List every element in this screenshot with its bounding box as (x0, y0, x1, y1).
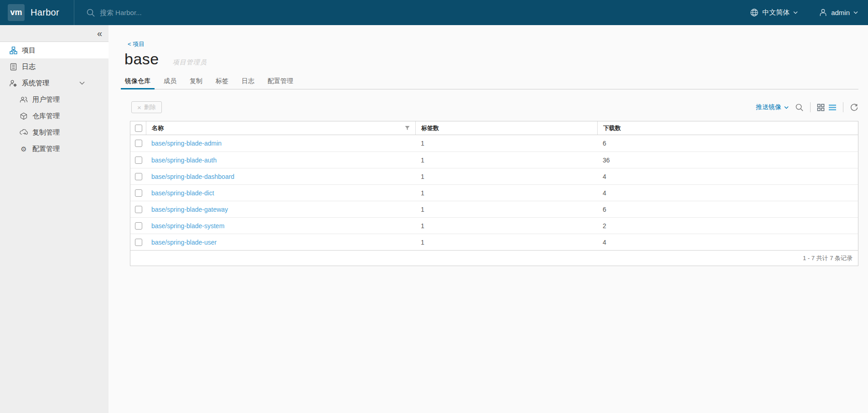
select-all-cell (130, 125, 146, 132)
downloads-count: 4 (597, 189, 858, 197)
administrator-icon (9, 79, 17, 87)
record-count-summary: 1 - 7 共计 7 条记录 (803, 254, 852, 262)
main-content: < 项目 base 项目管理员 镜像仓库 成员 复制 标签 日志 配置管理 × … (108, 25, 868, 413)
tab-configuration[interactable]: 配置管理 (264, 74, 297, 89)
repo-name-cell: base/spring-blade-system (146, 222, 415, 230)
chevron-down-icon (793, 11, 798, 14)
select-all-checkbox[interactable] (135, 125, 142, 132)
row-checkbox[interactable] (135, 239, 142, 246)
table-row: base/spring-blade-dict 1 4 (130, 184, 858, 201)
user-icon (819, 8, 827, 17)
refresh-icon[interactable] (850, 103, 858, 112)
sidebar-item-projects[interactable]: 项目 (0, 42, 108, 58)
sidebar-item-label: 项目 (22, 46, 36, 55)
downloads-count: 4 (597, 173, 858, 180)
search-icon (86, 8, 95, 17)
search-icon[interactable] (795, 103, 804, 112)
row-checkbox[interactable] (135, 140, 142, 147)
repo-name-cell: base/spring-blade-admin (146, 140, 415, 147)
breadcrumb-arrow: < (128, 41, 131, 47)
sidebar-item-logs[interactable]: 日志 (0, 58, 108, 75)
row-checkbox-cell (130, 140, 146, 147)
tab-members[interactable]: 成员 (160, 74, 181, 89)
delete-button-label: 删除 (144, 103, 156, 111)
chevron-down-icon (853, 11, 858, 14)
user-menu[interactable]: admin (819, 8, 858, 17)
repo-link[interactable]: base/spring-blade-auth (151, 157, 217, 164)
downloads-count: 6 (597, 206, 858, 213)
downloads-count: 6 (597, 140, 858, 147)
top-navbar: vm Harbor 中文简体 (0, 0, 868, 25)
repo-name-cell: base/spring-blade-dict (146, 189, 415, 197)
downloads-count: 4 (597, 239, 858, 246)
repo-link[interactable]: base/spring-blade-dashboard (151, 173, 234, 180)
repo-link[interactable]: base/spring-blade-gateway (151, 206, 228, 213)
row-checkbox-cell (130, 206, 146, 213)
vmware-logo[interactable]: vm (8, 4, 25, 21)
gear-icon: ⚙ (20, 146, 28, 152)
repo-name-cell: base/spring-blade-auth (146, 157, 415, 164)
sidebar-item-replications[interactable]: 复制管理 (0, 124, 108, 141)
row-checkbox[interactable] (135, 189, 142, 197)
table-footer: 1 - 7 共计 7 条记录 (130, 250, 858, 266)
navbar-right: 中文简体 admin (750, 8, 858, 17)
table-row: base/spring-blade-admin 1 6 (130, 135, 858, 152)
table-row: base/spring-blade-gateway 1 6 (130, 201, 858, 217)
tab-labels[interactable]: 标签 (212, 74, 232, 89)
row-checkbox-cell (130, 239, 146, 246)
app-title[interactable]: Harbor (31, 7, 59, 18)
column-header-label: 下载数 (603, 124, 621, 132)
repo-link[interactable]: base/spring-blade-system (151, 222, 224, 230)
sidebar-item-registries[interactable]: 仓库管理 (0, 108, 108, 124)
users-icon (20, 96, 28, 103)
breadcrumb[interactable]: < 项目 (128, 40, 868, 48)
repo-link[interactable]: base/spring-blade-dict (151, 189, 214, 197)
filter-icon[interactable] (405, 125, 410, 131)
chevron-down-icon (784, 106, 789, 109)
column-header-downloads[interactable]: 下载数 (597, 121, 858, 135)
row-checkbox[interactable] (135, 173, 142, 180)
push-image-button[interactable]: 推送镜像 (756, 103, 789, 111)
tags-count: 1 (415, 140, 597, 147)
table-row: base/spring-blade-dashboard 1 4 (130, 168, 858, 184)
repo-link[interactable]: base/spring-blade-admin (151, 140, 222, 147)
row-checkbox[interactable] (135, 222, 142, 230)
row-checkbox-cell (130, 222, 146, 230)
column-header-label: 标签数 (421, 124, 439, 132)
sidebar-item-administration[interactable]: 系统管理 (0, 75, 108, 91)
repo-link[interactable]: base/spring-blade-user (151, 239, 217, 246)
sidebar-item-label: 复制管理 (32, 128, 60, 137)
repo-table-body: base/spring-blade-admin 1 6 base/spring-… (130, 135, 858, 250)
tab-bar: 镜像仓库 成员 复制 标签 日志 配置管理 (121, 74, 858, 89)
toolbar-separator (843, 102, 843, 112)
row-checkbox[interactable] (135, 157, 142, 164)
page-title: base (124, 50, 159, 68)
column-header-name[interactable]: 名称 (146, 121, 415, 135)
tags-count: 1 (415, 239, 597, 246)
tags-count: 1 (415, 222, 597, 230)
search-input[interactable] (100, 9, 291, 16)
role-badge: 项目管理员 (173, 58, 207, 67)
sidebar-item-label: 系统管理 (22, 79, 49, 88)
tab-logs[interactable]: 日志 (238, 74, 258, 89)
toolbar-right: 推送镜像 (756, 102, 858, 112)
repo-toolbar: × 删除 推送镜像 (131, 101, 858, 113)
navbar-divider (74, 0, 74, 25)
sidebar: « 项目 日志 系统管理 (0, 25, 108, 413)
sidebar-item-label: 仓库管理 (32, 112, 60, 120)
row-checkbox[interactable] (135, 206, 142, 213)
tab-repositories[interactable]: 镜像仓库 (121, 74, 155, 89)
delete-button[interactable]: × 删除 (131, 101, 162, 113)
sidebar-item-label: 日志 (22, 63, 36, 71)
sidebar-item-configuration[interactable]: ⚙ 配置管理 (0, 141, 108, 157)
language-menu[interactable]: 中文简体 (750, 8, 798, 17)
table-row: base/spring-blade-auth 1 36 (130, 152, 858, 168)
collapse-sidebar-icon[interactable]: « (97, 29, 102, 38)
sidebar-item-users[interactable]: 用户管理 (0, 91, 108, 108)
card-view-icon[interactable] (817, 104, 825, 111)
row-checkbox-cell (130, 157, 146, 164)
list-view-icon[interactable] (828, 104, 837, 111)
close-icon: × (137, 104, 141, 111)
column-header-tags[interactable]: 标签数 (415, 121, 597, 135)
tab-replication[interactable]: 复制 (186, 74, 207, 89)
